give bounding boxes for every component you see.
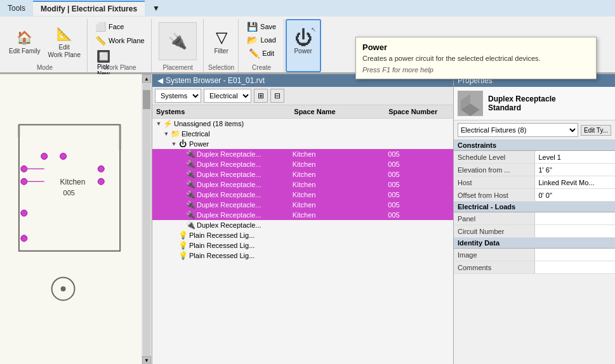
load-icon: 📂 [247, 35, 258, 45]
row6-space: Kitchen [290, 201, 386, 209]
systems-dropdown[interactable]: Systems [155, 89, 201, 103]
offset-from-host-val[interactable]: 0' 0" [535, 189, 616, 201]
panel-row: Panel [454, 212, 615, 225]
image-val[interactable] [535, 249, 616, 261]
svg-point-6 [98, 166, 104, 172]
comments-row: Comments [454, 261, 615, 274]
svg-text:005: 005 [63, 189, 75, 197]
list-item[interactable]: 🔌 Duplex Receptacle... Kitchen 005 [152, 159, 453, 169]
tab-tools[interactable]: Tools [0, 1, 33, 15]
ribbon-group-placement: 🔌 Placement [153, 19, 204, 72]
elevation-from-val[interactable]: 1' 6" [535, 164, 616, 176]
row7-number: 005 [385, 211, 453, 219]
row3-label: Duplex Receptacle... [197, 171, 290, 178]
save-label: Save [260, 23, 276, 30]
row5-space: Kitchen [290, 191, 386, 198]
list-item[interactable]: 🔌 Duplex Receptacle... Kitchen 005 [152, 179, 453, 190]
list-item[interactable]: ▼ ⚡ Unassigned (18 items) [152, 119, 453, 129]
unassigned-label: Unassigned (18 items) [174, 120, 453, 127]
object-3d-icon [458, 91, 483, 116]
schedule-level-val[interactable]: Level 1 [535, 151, 616, 163]
panel-val[interactable] [535, 212, 616, 224]
collapse-icon[interactable]: ◀ [157, 76, 163, 85]
load-label: Load [260, 36, 275, 44]
placement-icon[interactable]: 🔌 [159, 22, 197, 60]
row4-space: Kitchen [290, 181, 386, 188]
main-area: ▲ ▼ Kitchen 005 [0, 74, 615, 364]
list-item[interactable]: 🔌 Duplex Receptacle... Kitchen 005 [152, 210, 453, 220]
ribbon-group-workplane: ⬜ Face 📏 Work Plane 🔲 PickNew Work Plane [89, 19, 152, 72]
power-button[interactable]: ⏻ Power ↖ [291, 26, 316, 56]
edit-work-plane-button[interactable]: 📐 EditWork Plane [45, 22, 83, 60]
comments-val[interactable] [535, 261, 616, 273]
row2-space: Kitchen [290, 160, 386, 168]
filter-label: Filter [215, 48, 228, 55]
browser-toolbar: Systems Electrical ⊞ ⊟ [152, 87, 453, 105]
list-item[interactable]: 💡 Plain Recessed Lig... [152, 230, 453, 240]
row1-space: Kitchen [290, 150, 386, 158]
toggle-unassigned[interactable]: ▼ [155, 120, 162, 127]
list-item[interactable]: 🔌 Duplex Receptacle... [152, 220, 453, 230]
object-preview: Duplex Receptacle Standard [454, 87, 615, 120]
elevation-from-row: Elevation from ... 1' 6" [454, 164, 615, 176]
load-button[interactable]: 📂 Load [244, 34, 278, 46]
light-icon1: 💡 [178, 231, 188, 240]
list-item[interactable]: 🔌 Duplex Receptacle... Kitchen 005 [152, 169, 453, 179]
tab-modify-electrical[interactable]: Modify | Electrical Fixtures [33, 1, 145, 16]
cursor-pointer: ↖ [311, 26, 316, 33]
receptacle-icon4: 🔌 [185, 180, 195, 189]
work-plane-label: Work Plane [109, 37, 145, 44]
list-item[interactable]: 🔌 Duplex Receptacle... Kitchen 005 [152, 190, 453, 200]
scroll-up-arrow[interactable]: ▲ [142, 74, 151, 83]
work-plane-icon: 📏 [95, 36, 106, 46]
placement-content: 🔌 [159, 20, 197, 71]
object-info: Duplex Receptacle Standard [488, 94, 556, 112]
row7-space: Kitchen [290, 211, 386, 219]
circuit-number-val[interactable] [535, 225, 616, 237]
list-item[interactable]: ▼ ⏻ Power [152, 139, 453, 149]
list-item[interactable]: 💡 Plain Recessed Lig... [152, 250, 453, 261]
edit-family-icon: 🏠 [15, 27, 35, 48]
work-plane-button[interactable]: 📏 Work Plane [93, 34, 147, 47]
browser-icon1[interactable]: ⊞ [254, 89, 268, 103]
type-selector-row: Electrical Fixtures (8) Edit Ty... [454, 120, 615, 140]
save-button[interactable]: 💾 Save [244, 20, 279, 33]
list-item[interactable]: 💡 Plain Recessed Lig... [152, 240, 453, 250]
scroll-down-arrow[interactable]: ▼ [142, 356, 151, 364]
svg-rect-0 [19, 125, 120, 251]
toggle-power[interactable]: ▼ [170, 141, 178, 147]
row4-label: Duplex Receptacle... [197, 181, 290, 188]
edit-button[interactable]: ✏️ Edit [246, 47, 277, 60]
filter-button[interactable]: ▽ Filter [209, 26, 234, 56]
browser-icon2[interactable]: ⊟ [270, 89, 284, 103]
edit-icon: ✏️ [249, 48, 260, 58]
toggle-electrical[interactable]: ▼ [162, 131, 170, 137]
type-selector-dropdown[interactable]: Electrical Fixtures (8) [458, 123, 578, 137]
list-item[interactable]: 🔌 Duplex Receptacle... Kitchen 005 [152, 200, 453, 210]
tooltip-help: Press F1 for more help [362, 66, 590, 74]
electrical-dropdown[interactable]: Electrical [204, 89, 251, 103]
ribbon-group-filter: ▽ Filter Selection [205, 19, 239, 72]
vertical-scrollbar[interactable]: ▲ ▼ [142, 74, 152, 364]
list-item[interactable]: ▼ 📁 Electrical [152, 129, 453, 139]
col-systems: Systems [152, 107, 290, 117]
edit-family-button[interactable]: 🏠 Edit Family [6, 26, 43, 56]
floor-plan-svg: Kitchen 005 [0, 74, 142, 352]
ribbon-group-create: 💾 Save 📂 Load ✏️ Edit Create [240, 19, 284, 72]
svg-point-15 [61, 286, 66, 291]
power-label: Power [189, 140, 453, 148]
placement-group-label: Placement [153, 64, 203, 71]
browser-content[interactable]: ▼ ⚡ Unassigned (18 items) ▼ 📁 Electrical… [152, 119, 453, 364]
scroll-track[interactable] [143, 84, 150, 355]
floor-plan-panel: ▲ ▼ Kitchen 005 [0, 74, 152, 364]
row2-number: 005 [385, 160, 453, 168]
tab-dropdown-arrow[interactable]: ▼ [145, 1, 168, 15]
browser-panel-wrapper: ◀ System Browser - E01_01.rvt Systems El… [152, 74, 615, 364]
scroll-thumb[interactable] [143, 90, 150, 109]
edit-type-button[interactable]: Edit Ty... [581, 125, 611, 136]
face-button[interactable]: ⬜ Face [93, 20, 126, 33]
row4-number: 005 [385, 181, 453, 188]
list-item[interactable]: 🔌 Duplex Receptacle... Kitchen 005 [152, 149, 453, 159]
electrical-icon: 📁 [170, 129, 180, 138]
circuit-number-key: Circuit Number [454, 225, 535, 237]
